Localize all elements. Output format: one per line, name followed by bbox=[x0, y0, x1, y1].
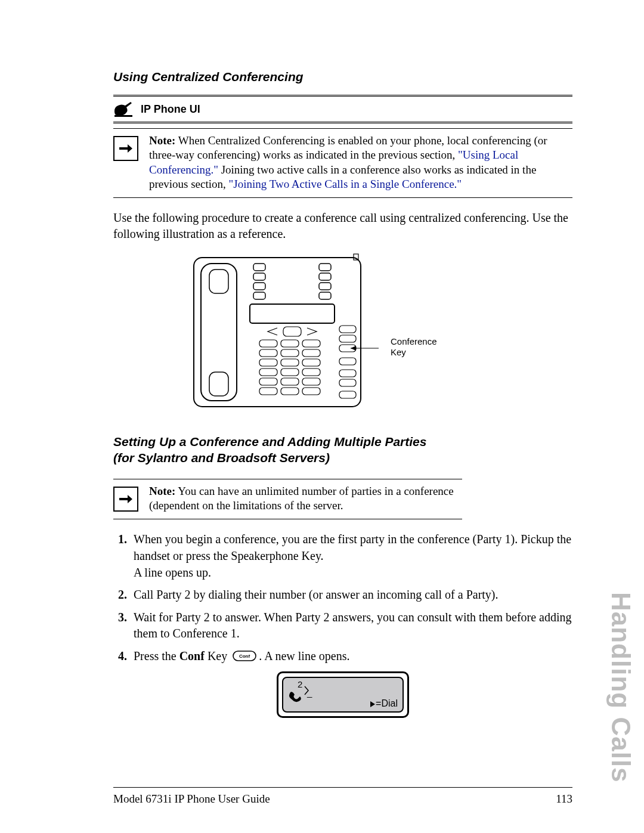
note-block-1: Note: When Centralized Conferencing is e… bbox=[113, 128, 572, 198]
svg-rect-32 bbox=[302, 388, 320, 395]
figure-caption: Conference Key bbox=[391, 336, 437, 358]
ui-heading-band: IP Phone UI bbox=[113, 95, 572, 123]
step-4c: Key bbox=[205, 649, 230, 662]
svg-rect-14 bbox=[283, 327, 301, 336]
svg-rect-19 bbox=[281, 349, 299, 357]
lcd-dial-label: =Dial bbox=[370, 698, 398, 709]
svg-rect-21 bbox=[259, 359, 277, 366]
procedure-list: When you begin a conference, you are the… bbox=[113, 531, 572, 665]
svg-rect-9 bbox=[253, 283, 265, 290]
svg-rect-5 bbox=[253, 264, 265, 271]
play-icon bbox=[370, 701, 376, 708]
svg-rect-10 bbox=[319, 283, 331, 290]
arrow-right-icon bbox=[113, 136, 138, 161]
pen-tablet-icon bbox=[113, 100, 134, 118]
note2-text: Note: You can have an unlimited number o… bbox=[149, 484, 462, 513]
svg-rect-37 bbox=[339, 370, 356, 377]
svg-marker-44 bbox=[370, 701, 375, 707]
note-block-2: Note: You can have an unlimited number o… bbox=[113, 479, 462, 520]
svg-rect-28 bbox=[281, 378, 299, 385]
svg-rect-15 bbox=[259, 340, 277, 347]
footer-guide-title: Model 6731i IP Phone User Guide bbox=[113, 792, 270, 806]
lcd-cursor: _ bbox=[307, 688, 312, 698]
svg-marker-41 bbox=[351, 346, 356, 351]
svg-rect-16 bbox=[281, 340, 299, 347]
lcd-illustration: 2 _ =Dial bbox=[113, 671, 572, 718]
note2-body: You can have an unlimited number of part… bbox=[149, 485, 454, 512]
svg-rect-8 bbox=[319, 273, 331, 280]
ui-heading-label: IP Phone UI bbox=[141, 103, 200, 116]
phone-illustration: Conference Key bbox=[113, 253, 572, 414]
subsection-title: Setting Up a Conference and Adding Multi… bbox=[113, 434, 572, 466]
conf-key-label: Conf bbox=[239, 654, 250, 659]
svg-rect-17 bbox=[302, 340, 320, 347]
step-1: When you begin a conference, you are the… bbox=[130, 531, 572, 581]
footer-page-number: 113 bbox=[556, 792, 572, 806]
conf-key-icon: Conf bbox=[233, 649, 256, 666]
step-4a: Press the bbox=[134, 649, 179, 662]
svg-rect-27 bbox=[259, 378, 277, 385]
svg-rect-0 bbox=[114, 115, 132, 117]
page-footer: Model 6731i IP Phone User Guide 113 bbox=[113, 787, 572, 806]
svg-rect-24 bbox=[259, 368, 277, 376]
svg-rect-18 bbox=[259, 349, 277, 357]
svg-rect-33 bbox=[339, 326, 356, 333]
note2-label: Note: bbox=[149, 485, 175, 497]
svg-rect-6 bbox=[319, 264, 331, 271]
svg-rect-31 bbox=[281, 388, 299, 395]
phone-svg bbox=[188, 253, 379, 414]
svg-rect-11 bbox=[253, 292, 265, 299]
svg-rect-3 bbox=[209, 270, 228, 293]
note1-text: Note: When Centralized Conferencing is e… bbox=[149, 134, 572, 191]
intro-paragraph: Use the following procedure to create a … bbox=[113, 210, 572, 242]
svg-rect-4 bbox=[209, 372, 228, 396]
svg-rect-12 bbox=[319, 292, 331, 299]
svg-rect-38 bbox=[339, 379, 356, 386]
svg-rect-1 bbox=[194, 258, 361, 407]
note1-label: Note: bbox=[149, 134, 175, 147]
arrow-right-icon bbox=[113, 487, 138, 512]
section-title: Using Centralized Conferencing bbox=[113, 70, 572, 84]
sub-l2: (for Sylantro and Broadsoft Servers) bbox=[113, 451, 330, 465]
step-4-conf: Conf bbox=[179, 649, 205, 662]
svg-rect-13 bbox=[250, 304, 335, 323]
svg-rect-23 bbox=[302, 359, 320, 366]
svg-rect-36 bbox=[339, 358, 356, 365]
lcd-dial-text: =Dial bbox=[376, 698, 398, 708]
fig-caption-l2: Key bbox=[391, 347, 406, 357]
svg-rect-30 bbox=[259, 388, 277, 395]
note1-link2[interactable]: "Joining Two Active Calls in a Single Co… bbox=[229, 178, 462, 190]
svg-rect-29 bbox=[302, 378, 320, 385]
step-4d: . A new line opens. bbox=[259, 649, 349, 662]
svg-rect-22 bbox=[281, 359, 299, 366]
step-3-text: Wait for Party 2 to answer. When Party 2… bbox=[134, 611, 572, 640]
svg-rect-2 bbox=[201, 264, 237, 401]
step-3: Wait for Party 2 to answer. When Party 2… bbox=[130, 609, 572, 642]
svg-rect-20 bbox=[302, 349, 320, 357]
chapter-side-title: Handling Calls bbox=[606, 592, 636, 783]
step-2-text: Call Party 2 by dialing their number (or… bbox=[134, 588, 499, 601]
sub-l1: Setting Up a Conference and Adding Multi… bbox=[113, 435, 426, 448]
svg-rect-25 bbox=[281, 368, 299, 376]
fig-caption-l1: Conference bbox=[391, 336, 437, 346]
step-1-text: When you begin a conference, you are the… bbox=[134, 532, 571, 578]
svg-rect-34 bbox=[339, 335, 356, 342]
svg-rect-7 bbox=[253, 273, 265, 280]
lcd-line-number: 2 bbox=[298, 679, 302, 689]
step-4: Press the Conf Key Conf. A new line open… bbox=[130, 648, 572, 665]
svg-rect-39 bbox=[339, 391, 356, 398]
step-2: Call Party 2 by dialing their number (or… bbox=[130, 587, 572, 603]
svg-rect-26 bbox=[302, 368, 320, 376]
